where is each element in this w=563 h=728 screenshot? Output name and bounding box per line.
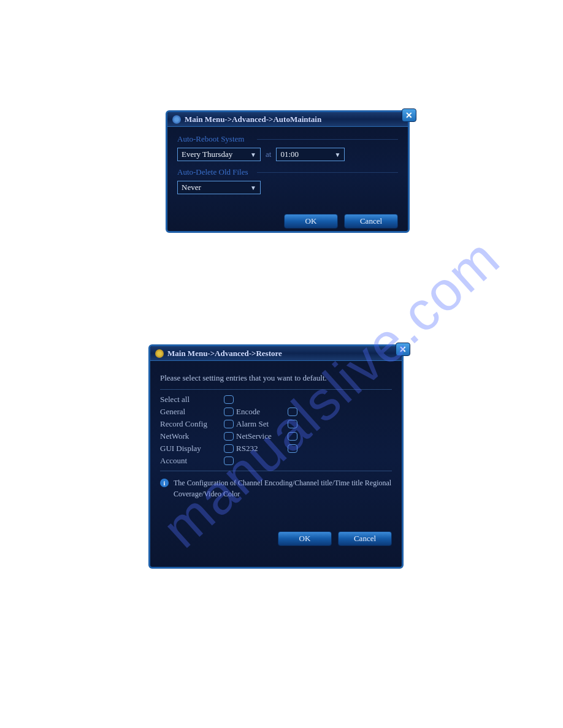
rs232-label: RS232 (236, 444, 288, 453)
close-button[interactable]: ✕ (396, 343, 410, 356)
chevron-down-icon: ▼ (249, 151, 258, 158)
chevron-down-icon: ▼ (249, 184, 258, 191)
record-config-label: Record Config (160, 419, 224, 429)
rs232-checkbox[interactable] (288, 444, 297, 453)
divider (160, 389, 392, 390)
network-checkbox[interactable] (224, 432, 234, 441)
auto-reboot-label: Auto-Reboot System (177, 134, 398, 144)
general-checkbox[interactable] (224, 408, 234, 416)
breadcrumb: Main Menu->Advanced->AutoMaintain (185, 115, 321, 124)
info-icon: i (160, 479, 169, 487)
ok-button[interactable]: OK (284, 214, 338, 229)
account-checkbox[interactable] (224, 457, 234, 465)
breadcrumb: Main Menu->Advanced->Restore (167, 349, 282, 358)
titlebar: Main Menu->Advanced->Restore (150, 346, 402, 361)
reboot-time-select[interactable]: 01:00 ▼ (276, 148, 345, 161)
info-text: The Configuration of Channel Encoding/Ch… (174, 477, 392, 499)
alarm-set-checkbox[interactable] (288, 420, 297, 428)
netservice-checkbox[interactable] (288, 432, 297, 441)
encode-label: Encode (236, 407, 288, 417)
close-button[interactable]: ✕ (402, 108, 416, 122)
reboot-day-value: Every Thursday (182, 150, 232, 159)
delete-files-value: Never (182, 183, 201, 192)
record-config-checkbox[interactable] (224, 420, 234, 428)
account-label: Account (160, 456, 224, 466)
reboot-day-select[interactable]: Every Thursday ▼ (177, 148, 261, 161)
netservice-label: NetService (236, 431, 288, 441)
cancel-button[interactable]: Cancel (344, 214, 398, 229)
globe-icon (172, 115, 181, 124)
gui-display-checkbox[interactable] (224, 444, 234, 453)
restore-icon (155, 349, 164, 358)
info-row: i The Configuration of Channel Encoding/… (160, 477, 392, 499)
close-icon: ✕ (399, 344, 407, 355)
auto-delete-label: Auto-Delete Old Files (177, 167, 398, 177)
restore-dialog: Main Menu->Advanced->Restore ✕ Please se… (148, 344, 404, 569)
encode-checkbox[interactable] (288, 408, 297, 416)
automaintain-dialog: Main Menu->Advanced->AutoMaintain ✕ Auto… (166, 110, 410, 233)
chevron-down-icon: ▼ (333, 151, 342, 158)
select-all-checkbox[interactable] (224, 395, 234, 404)
select-all-label: Select all (160, 395, 224, 404)
delete-files-select[interactable]: Never ▼ (177, 181, 261, 194)
ok-button[interactable]: OK (278, 531, 332, 546)
gui-display-label: GUI Display (160, 444, 224, 453)
network-label: NetWork (160, 431, 224, 441)
general-label: General (160, 407, 224, 417)
alarm-set-label: Alarm Set (236, 419, 288, 429)
reboot-time-value: 01:00 (280, 150, 299, 159)
instruction-text: Please select setting entries that you w… (160, 373, 392, 383)
close-icon: ✕ (405, 110, 413, 121)
divider (160, 471, 392, 471)
titlebar: Main Menu->Advanced->AutoMaintain (167, 112, 408, 127)
cancel-button[interactable]: Cancel (338, 531, 392, 546)
at-label: at (266, 150, 271, 159)
